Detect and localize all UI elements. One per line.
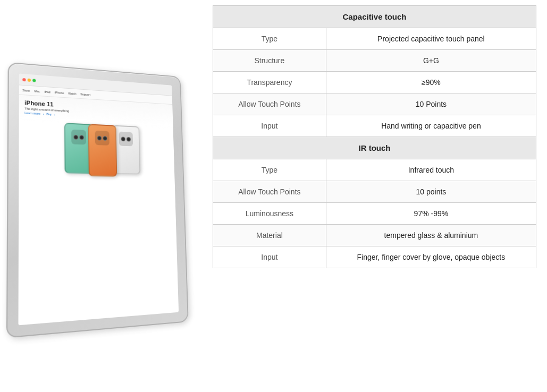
- camera-lens: [127, 137, 131, 141]
- learn-more-link: Learn more: [24, 111, 40, 115]
- table-row: Input Finger, finger cover by glove, opa…: [213, 246, 536, 268]
- nav-item: Support: [80, 92, 90, 96]
- device-image: Store Mac iPad iPhone Watch Support iPho…: [3, 15, 199, 377]
- table-row: Input Hand writing or capacitive pen: [213, 115, 536, 137]
- table-row: Material tempered glass & aluminium: [213, 225, 536, 246]
- table-row: Luminousness 97% -99%: [213, 203, 536, 225]
- label-cell: Type: [213, 28, 326, 50]
- camera-bump: [71, 130, 86, 145]
- label-cell: Allow Touch Points: [213, 181, 326, 203]
- phones-area: [19, 118, 174, 177]
- ir-section-header-row: IR touch: [213, 137, 536, 159]
- capacitive-body: Type Projected capacitive touch panel St…: [213, 28, 536, 137]
- value-cell: 97% -99%: [326, 203, 536, 225]
- device-image-panel: Store Mac iPad iPhone Watch Support iPho…: [0, 0, 202, 392]
- value-cell: Finger, finger cover by glove, opaque ob…: [326, 246, 536, 268]
- nav-item: iPhone: [55, 91, 64, 95]
- expand-dot: [32, 79, 36, 82]
- nav-item: Store: [22, 88, 30, 92]
- camera-lens: [79, 135, 84, 140]
- minimize-dot: [28, 78, 31, 81]
- specs-panel: Capacitive touch Type Projected capaciti…: [202, 0, 547, 392]
- table-row: Allow Touch Points 10 points: [213, 181, 536, 203]
- specs-table: Capacitive touch Type Projected capaciti…: [213, 5, 536, 268]
- label-cell: Allow Touch Points: [213, 93, 326, 115]
- monitor-inner: Store Mac iPad iPhone Watch Support iPho…: [18, 73, 179, 325]
- label-cell: Type: [213, 159, 326, 181]
- label-cell: Material: [213, 225, 326, 246]
- camera-lens: [73, 134, 78, 139]
- label-cell: Luminousness: [213, 203, 326, 225]
- value-cell: G+G: [326, 50, 536, 72]
- camera-bump: [95, 131, 110, 146]
- ir-section-header: IR touch: [213, 137, 536, 159]
- close-dot: [22, 78, 26, 81]
- value-cell: Infrared touch: [326, 159, 536, 181]
- table-row: Allow Touch Points 10 Points: [213, 93, 536, 115]
- value-cell: 10 Points: [326, 93, 536, 115]
- nav-item: Watch: [68, 91, 76, 95]
- camera-lens: [121, 137, 125, 141]
- phone-orange: [88, 124, 117, 176]
- table-row: Transparency ≥90%: [213, 72, 536, 93]
- camera-lens: [97, 135, 102, 140]
- value-cell: ≥90%: [326, 72, 536, 93]
- value-cell: tempered glass & aluminium: [326, 225, 536, 246]
- table-row: Type Infrared touch: [213, 159, 536, 181]
- label-cell: Structure: [213, 50, 326, 72]
- value-cell: Projected capacitive touch panel: [326, 28, 536, 50]
- table-row: Type Projected capacitive touch panel: [213, 28, 536, 50]
- monitor-frame: Store Mac iPad iPhone Watch Support iPho…: [6, 62, 189, 338]
- capacitive-section-header: Capacitive touch: [213, 6, 536, 28]
- value-cell: Hand writing or capacitive pen: [326, 115, 536, 137]
- buy-link: Buy: [46, 113, 52, 116]
- table-row: Structure G+G: [213, 50, 536, 72]
- capacitive-section-header-row: Capacitive touch: [213, 6, 536, 28]
- nav-item: iPad: [45, 90, 51, 93]
- camera-lens: [103, 135, 107, 140]
- label-cell: Transparency: [213, 72, 326, 93]
- screen-content: Store Mac iPad iPhone Watch Support iPho…: [18, 73, 179, 325]
- ir-body: Type Infrared touch Allow Touch Points 1…: [213, 159, 536, 268]
- label-cell: Input: [213, 246, 326, 268]
- label-cell: Input: [213, 115, 326, 137]
- value-cell: 10 points: [326, 181, 536, 203]
- nav-item: Mac: [34, 89, 40, 93]
- camera-bump: [119, 132, 133, 147]
